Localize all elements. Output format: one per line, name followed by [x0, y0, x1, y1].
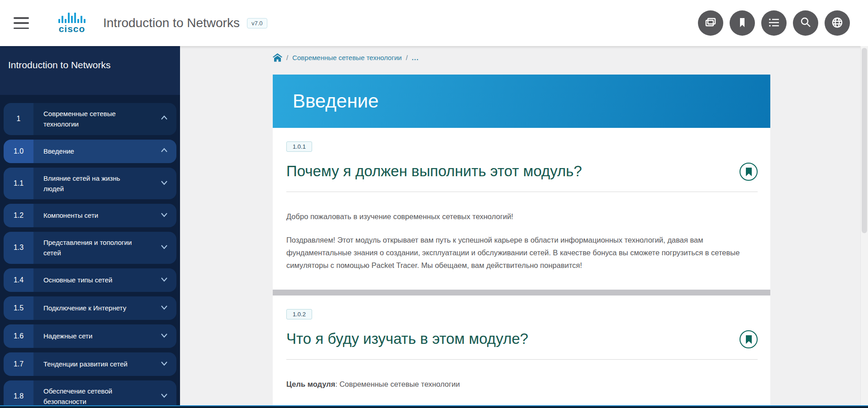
section-rule [286, 192, 758, 192]
table-of-contents-button[interactable] [761, 10, 787, 36]
module-goal-text: : Современные сетевые технологии [335, 380, 460, 388]
section-1-0-1: 1.0.1 Почему я должен выполнить этот мод… [273, 128, 770, 290]
sidebar-nav-item[interactable]: 1.8 Обеспечение сетевой безопасности [4, 380, 176, 408]
bookmark-icon [745, 168, 752, 176]
nav-item-number: 1.8 [4, 380, 33, 408]
breadcrumb-module-link[interactable]: Современные сетевые технологии [292, 54, 402, 61]
scrollbar-thumb[interactable] [862, 48, 867, 233]
nav-item-number: 1 [4, 103, 33, 135]
scrollbar-track[interactable] [860, 46, 868, 408]
nav-item-label: Представления и топологии сетей [43, 237, 141, 258]
section-paragraph: Поздравляем! Этот модуль открывает вам п… [286, 234, 758, 272]
header: cisco Introduction to Networks v7.0 [0, 0, 868, 46]
toc-list-icon [768, 16, 780, 30]
windows-icon [704, 16, 717, 30]
globe-icon [831, 16, 844, 30]
nav-item-label: Обеспечение сетевой безопасности [43, 386, 141, 407]
bookmark-icon [745, 335, 752, 344]
nav-item-label: Введение [43, 146, 141, 156]
bookmark-section-button[interactable] [740, 163, 758, 181]
section-heading: Почему я должен выполнить этот модуль? [286, 163, 740, 180]
breadcrumb-separator: / [286, 54, 288, 61]
nav-item-label: Влияние сетей на жизнь людей [43, 173, 141, 194]
breadcrumb-separator: / [406, 54, 408, 61]
language-button[interactable] [825, 10, 850, 36]
breadcrumb: / Современные сетевые технологии / ... [273, 53, 868, 62]
main-content: / Современные сетевые технологии / ... В… [180, 46, 868, 408]
sidebar-course-title: Introduction to Networks [8, 60, 172, 70]
sidebar: Introduction to Networks 1 Современные с… [0, 46, 180, 408]
nav-item-number: 1.2 [4, 204, 33, 227]
nav-item-label: Современные сетевые технологии [43, 108, 141, 130]
app-window: cisco Introduction to Networks v7.0 [0, 0, 868, 408]
sidebar-header: Introduction to Networks [0, 46, 180, 95]
bookmark-icon [736, 17, 748, 30]
chevron-icon [159, 330, 169, 342]
content-column: Введение 1.0.1 Почему я должен выполнить… [273, 75, 770, 408]
nav-item-label: Надежные сети [43, 331, 141, 341]
sidebar-nav-item[interactable]: 1.1 Влияние сетей на жизнь людей [4, 168, 176, 200]
bookmark-section-button[interactable] [740, 330, 758, 348]
module-goal-line: Цель модуля: Современные сетевые техноло… [286, 378, 758, 390]
version-badge: v7.0 [247, 18, 267, 28]
chevron-icon [159, 145, 169, 157]
chevron-icon [159, 274, 169, 286]
sidebar-nav-item[interactable]: 1 Современные сетевые технологии [4, 103, 176, 135]
nav-item-number: 1.3 [4, 232, 33, 264]
nav-item-number: 1.6 [4, 324, 33, 348]
chevron-icon [159, 358, 169, 370]
sidebar-nav-item[interactable]: 1.6 Надежные сети [4, 324, 176, 348]
nav-item-number: 1.4 [4, 268, 33, 292]
nav-item-number: 1.7 [4, 352, 33, 376]
chevron-icon [159, 178, 169, 189]
section-paragraph: Добро пожаловать в изучение современных … [286, 210, 758, 223]
hamburger-menu-button[interactable] [14, 17, 29, 29]
cisco-logo: cisco [52, 12, 91, 34]
windows-button[interactable] [698, 10, 723, 36]
breadcrumb-ellipsis[interactable]: ... [412, 54, 419, 61]
cisco-logo-text: cisco [59, 23, 85, 34]
home-icon[interactable] [273, 53, 282, 62]
cisco-logo-bars-icon [58, 12, 85, 23]
nav-item-label: Тенденции развития сетей [43, 359, 141, 369]
sidebar-nav-item[interactable]: 1.3 Представления и топологии сетей [4, 232, 176, 264]
nav-item-label: Подключение к Интернету [43, 303, 141, 313]
bookmarks-button[interactable] [730, 10, 755, 36]
sidebar-nav-item[interactable]: 1.4 Основные типы сетей [4, 268, 176, 292]
nav-item-label: Основные типы сетей [43, 275, 141, 285]
chevron-icon [159, 302, 169, 314]
sidebar-nav: 1 Современные сетевые технологии 1.0 Вве… [0, 95, 180, 408]
banner-title: Введение [273, 90, 379, 112]
section-heading: Что я буду изучать в этом модуле? [286, 330, 740, 347]
search-button[interactable] [793, 10, 818, 36]
section-rule [286, 359, 758, 360]
nav-item-number: 1.1 [4, 168, 33, 200]
section-1-0-2: 1.0.2 Что я буду изучать в этом модуле? … [273, 295, 770, 408]
nav-item-number: 1.5 [4, 296, 33, 320]
sidebar-nav-item[interactable]: 1.7 Тенденции развития сетей [4, 352, 176, 376]
section-badge: 1.0.2 [286, 309, 312, 319]
module-banner: Введение [273, 75, 770, 128]
course-title: Introduction to Networks [103, 16, 240, 30]
nav-item-number: 1.0 [4, 140, 33, 163]
chevron-icon [159, 242, 169, 253]
sidebar-nav-item[interactable]: 1.5 Подключение к Интернету [4, 296, 176, 320]
header-actions [698, 10, 850, 36]
chevron-icon [159, 390, 169, 402]
chevron-icon [159, 113, 169, 125]
search-icon [799, 16, 812, 30]
module-goal-label: Цель модуля [286, 380, 335, 388]
chevron-icon [159, 210, 169, 221]
section-divider [273, 290, 770, 295]
section-badge: 1.0.1 [286, 141, 312, 152]
nav-item-label: Компоненты сети [43, 210, 141, 220]
bottom-edge-bar [0, 405, 868, 408]
sidebar-nav-item[interactable]: 1.0 Введение [4, 140, 176, 163]
sidebar-nav-item[interactable]: 1.2 Компоненты сети [4, 204, 176, 227]
